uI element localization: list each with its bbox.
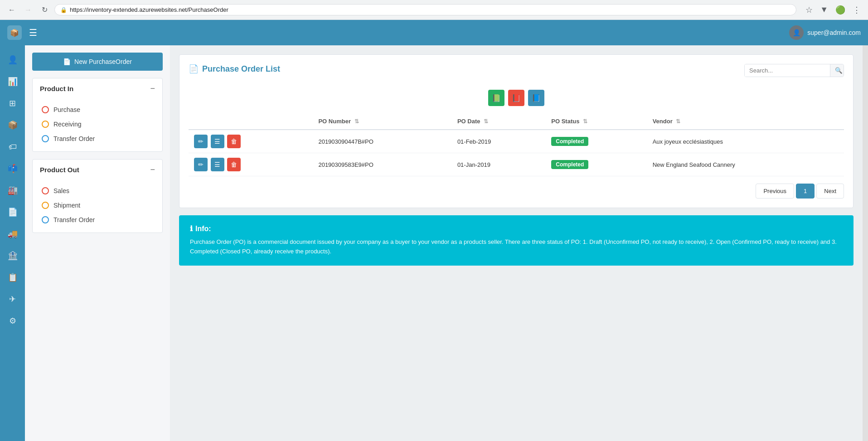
edit-button-1[interactable]: ✏: [194, 158, 208, 171]
sidebar-item-shipment[interactable]: Shipment: [33, 198, 162, 213]
sales-label: Sales: [53, 187, 69, 194]
col-po-number[interactable]: PO Number ⇅: [313, 113, 451, 130]
po-status-cell: Completed: [546, 130, 647, 153]
hamburger-button[interactable]: ☰: [29, 27, 37, 38]
view-button-1[interactable]: ☰: [211, 158, 224, 171]
left-panel: 📄 New PurchaseOrder Product In − Purchas…: [25, 45, 170, 441]
main-content: 📄 Purchase Order List 🔍 📗 📕 📘: [170, 45, 863, 441]
row-actions: ✏ ☰ 🗑: [189, 130, 313, 153]
export-csv-button[interactable]: 📘: [528, 90, 544, 106]
sidebar-report-icon[interactable]: 📋: [4, 268, 22, 286]
sidebar-user-icon[interactable]: 👤: [4, 51, 22, 69]
product-out-items: Sales Shipment Transfer Order: [33, 180, 162, 233]
col-vendor[interactable]: Vendor ⇅: [647, 113, 844, 130]
search-button[interactable]: 🔍: [830, 64, 844, 77]
col-actions: [189, 113, 313, 130]
info-box: ℹ Info: Purchase Order (PO) is a commerc…: [179, 215, 853, 266]
new-purchase-order-button[interactable]: 📄 New PurchaseOrder: [32, 53, 163, 71]
sidebar-grid-icon[interactable]: ⊞: [4, 94, 22, 112]
sidebar-factory-icon[interactable]: 🏭: [4, 181, 22, 199]
card-title-icon: 📄: [189, 64, 199, 74]
table-row: ✏ ☰ 🗑 201903090447B#PO 01-Feb-2019 Compl…: [189, 130, 844, 153]
col-po-status[interactable]: PO Status ⇅: [546, 113, 647, 130]
shipment-circle-icon: [42, 202, 49, 209]
sidebar-item-receiving[interactable]: Receiving: [33, 117, 162, 131]
po-date-cell: 01-Feb-2019: [452, 130, 546, 153]
browser-actions: ☆ ▼ 🟢 ⋮: [804, 3, 863, 17]
user-email: super@admin.com: [807, 29, 861, 36]
app-wrapper: 📦 ☰ 👤 super@admin.com 👤 📊 ⊞ 📦 🏷 📫 🏭 📄 🚚 …: [0, 20, 868, 441]
card-title-text: Purchase Order List: [202, 64, 280, 74]
shipment-label: Shipment: [53, 202, 80, 209]
export-xls-button[interactable]: 📗: [488, 90, 504, 106]
transfer-out-circle-icon: [42, 216, 49, 223]
row-actions: ✏ ☰ 🗑: [189, 153, 313, 176]
edit-button-0[interactable]: ✏: [194, 135, 208, 148]
menu-btn[interactable]: ⋮: [851, 3, 863, 17]
delete-button-0[interactable]: 🗑: [227, 135, 241, 148]
previous-button[interactable]: Previous: [756, 184, 794, 199]
sidebar-package-icon[interactable]: 📦: [4, 116, 22, 134]
po-number-cell: 20190309583E9#PO: [313, 153, 451, 176]
refresh-button[interactable]: ↻: [38, 4, 51, 16]
forward-button[interactable]: →: [22, 4, 34, 16]
delete-button-1[interactable]: 🗑: [227, 158, 241, 171]
search-input-wrap: 🔍: [744, 64, 844, 77]
purchase-order-table: PO Number ⇅ PO Date ⇅ PO Status ⇅: [189, 113, 844, 176]
search-input[interactable]: [745, 64, 830, 77]
topnav: 📦 ☰ 👤 super@admin.com: [0, 20, 868, 45]
po-number-sort-icon: ⇅: [354, 118, 359, 125]
address-bar[interactable]: 🔒 https://inventory-extended.azurewebsit…: [54, 4, 796, 15]
sidebar-tag-icon[interactable]: 🏷: [4, 138, 22, 156]
table-header-row: PO Number ⇅ PO Date ⇅ PO Status ⇅: [189, 113, 844, 130]
sidebar-item-sales[interactable]: Sales: [33, 184, 162, 198]
export-buttons: 📗 📕 📘: [189, 90, 844, 106]
product-in-title: Product In: [40, 85, 73, 92]
sales-circle-icon: [42, 187, 49, 194]
sidebar-box-icon[interactable]: 📫: [4, 160, 22, 178]
extensions-btn[interactable]: ▼: [818, 3, 830, 16]
status-badge: Completed: [551, 137, 588, 146]
view-button-0[interactable]: ☰: [211, 135, 224, 148]
sidebar-settings-icon[interactable]: ⚙: [4, 312, 22, 330]
bookmark-btn[interactable]: ☆: [804, 3, 815, 17]
sidebar-item-transfer-order-out[interactable]: Transfer Order: [33, 213, 162, 227]
sidebar-plane-icon[interactable]: ✈: [4, 290, 22, 308]
product-in-items: Purchase Receiving Transfer Order: [33, 99, 162, 151]
sidebar-item-transfer-order-in[interactable]: Transfer Order: [33, 131, 162, 146]
lock-icon: 🔒: [60, 7, 67, 13]
page-1-button[interactable]: 1: [796, 184, 815, 199]
sidebar-bank-icon[interactable]: 🏦: [4, 247, 22, 265]
vendor-cell: Aux joyeux ecclésiastiques: [647, 130, 844, 153]
purchase-order-card: 📄 Purchase Order List 🔍 📗 📕 📘: [179, 54, 853, 208]
col-po-date[interactable]: PO Date ⇅: [452, 113, 546, 130]
transfer-out-label: Transfer Order: [53, 216, 95, 223]
vendor-cell: New England Seafood Cannery: [647, 153, 844, 176]
info-box-text: Purchase Order (PO) is a commercial docu…: [190, 237, 843, 257]
sidebar-item-purchase[interactable]: Purchase: [33, 102, 162, 117]
po-date-cell: 01-Jan-2019: [452, 153, 546, 176]
sidebar-document-icon[interactable]: 📄: [4, 203, 22, 221]
search-bar-row: 🔍: [744, 64, 844, 77]
po-number-cell: 201903090447B#PO: [313, 130, 451, 153]
export-pdf-button[interactable]: 📕: [508, 90, 524, 106]
purchase-circle-icon: [42, 106, 49, 113]
right-scrollbar[interactable]: [863, 45, 868, 441]
transfer-in-circle-icon: [42, 135, 49, 142]
product-in-section: Product In − Purchase Receiving Transfer…: [32, 78, 163, 152]
info-title-text: Info:: [195, 225, 211, 233]
product-in-header: Product In −: [33, 78, 162, 99]
next-button[interactable]: Next: [816, 184, 844, 199]
purchase-label: Purchase: [53, 106, 80, 113]
po-date-sort-icon: ⇅: [484, 118, 488, 125]
back-button[interactable]: ←: [5, 4, 18, 16]
product-out-toggle[interactable]: −: [150, 165, 155, 174]
sidebar-truck-icon[interactable]: 🚚: [4, 225, 22, 243]
table-row: ✏ ☰ 🗑 20190309583E9#PO 01-Jan-2019 Compl…: [189, 153, 844, 176]
topnav-right: 👤 super@admin.com: [789, 25, 861, 40]
info-box-title: ℹ Info:: [190, 224, 843, 233]
browser-chrome: ← → ↻ 🔒 https://inventory-extended.azure…: [0, 0, 868, 20]
sidebar-chart-icon[interactable]: 📊: [4, 73, 22, 91]
profile-btn[interactable]: 🟢: [834, 3, 847, 17]
product-in-toggle[interactable]: −: [150, 84, 155, 93]
